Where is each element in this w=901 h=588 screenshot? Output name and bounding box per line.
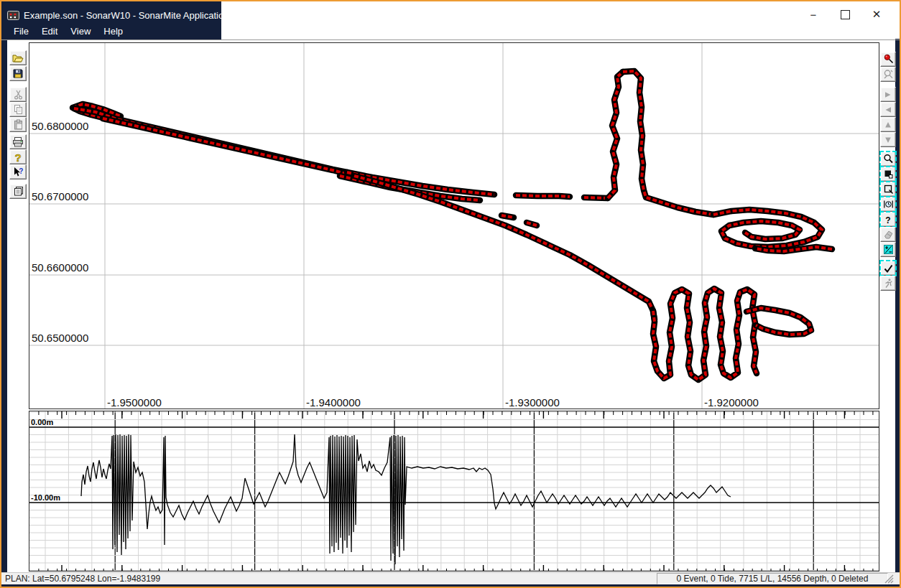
open-file-button[interactable] — [9, 50, 27, 65]
paste-button[interactable] — [9, 117, 27, 132]
svg-text:-1.9400000: -1.9400000 — [306, 396, 361, 409]
plus-minus-edit-icon — [883, 244, 894, 255]
title-accent-area: Example.son - SonarW10 - SonarMite Appli… — [1, 1, 221, 39]
clock-icon — [883, 199, 894, 210]
pan-down-button[interactable] — [880, 132, 896, 147]
svg-text:-1.9500000: -1.9500000 — [107, 396, 162, 409]
magnifier-icon — [883, 154, 894, 164]
app-icon — [7, 10, 19, 21]
stacked-pages-icon — [12, 186, 24, 197]
scissors-icon — [13, 90, 24, 100]
pan-up-button[interactable] — [880, 117, 896, 132]
close-button[interactable]: ✕ — [861, 4, 892, 24]
status-counts: 0 Event, 0 Tide, 7715 L/L, 14556 Depth, … — [657, 573, 888, 584]
app-window: − ✕ Example.son - SonarW10 - SonarMite A… — [0, 0, 901, 588]
select-area-button[interactable] — [880, 182, 896, 197]
time-window-button[interactable] — [880, 197, 896, 212]
red-pin-icon — [883, 54, 894, 65]
svg-text:50.6700000: 50.6700000 — [32, 190, 88, 202]
arrow-down-icon — [883, 135, 893, 145]
drop-marker-button[interactable] — [880, 52, 896, 67]
arrow-right-icon — [883, 90, 893, 100]
accept-edits-button[interactable] — [880, 261, 896, 276]
window-title: Example.son - SonarW10 - SonarMite Appli… — [24, 10, 228, 21]
depth-profile-panel[interactable]: 0.00m-10.00m — [29, 411, 879, 571]
svg-text:-1.9300000: -1.9300000 — [505, 396, 560, 409]
menu-bar: File Edit View Help — [7, 24, 129, 39]
svg-text:50.6500000: 50.6500000 — [32, 332, 88, 344]
svg-text:-1.9200000: -1.9200000 — [704, 396, 759, 409]
window-controls: − ✕ — [798, 4, 892, 26]
copy-pages-icon — [13, 104, 24, 115]
menu-file[interactable]: File — [7, 24, 35, 38]
select-black-button[interactable] — [880, 167, 896, 182]
query-point-button[interactable]: ? — [880, 212, 896, 227]
svg-text:?: ? — [19, 167, 23, 175]
copy-page-button[interactable] — [9, 184, 27, 199]
menu-view[interactable]: View — [64, 24, 97, 38]
eraser-icon — [883, 229, 894, 240]
print-button[interactable] — [9, 134, 27, 149]
checkmark-icon — [883, 263, 894, 274]
runner-icon — [883, 278, 894, 289]
arrow-up-icon — [883, 120, 893, 130]
resize-grip-icon[interactable] — [884, 574, 894, 584]
printer-icon — [12, 136, 24, 147]
minimize-icon: − — [810, 9, 817, 21]
open-folder-icon — [12, 53, 24, 63]
menu-separator — [1, 39, 900, 40]
plan-view-chart: 50.680000050.670000050.660000050.6500000… — [29, 43, 879, 409]
close-icon: ✕ — [872, 8, 882, 21]
menu-help[interactable]: Help — [97, 24, 129, 38]
title-bar: − ✕ Example.son - SonarW10 - SonarMite A… — [1, 1, 900, 39]
copy-button[interactable] — [9, 102, 27, 117]
status-bar: PLAN: Lat=50.6795248 Lon=-1.9483199 0 Ev… — [1, 572, 900, 584]
svg-text:50.6600000: 50.6600000 — [32, 261, 88, 274]
arrow-left-icon — [883, 105, 893, 115]
maximize-icon — [841, 10, 850, 19]
depth-profile-chart: 0.00m-10.00m — [29, 411, 879, 571]
help-button[interactable]: ? — [9, 149, 27, 164]
zoom-window-button[interactable] — [880, 151, 896, 167]
minimize-button[interactable]: − — [798, 4, 829, 24]
process-button[interactable] — [880, 276, 896, 291]
context-help-icon: ? — [12, 167, 24, 177]
zoom-extents-icon — [883, 69, 894, 80]
svg-text:-10.00m: -10.00m — [31, 493, 60, 502]
edit-depths-button[interactable] — [880, 242, 896, 257]
zoom-extents-button[interactable] — [880, 67, 896, 82]
svg-text:0.00m: 0.00m — [31, 418, 53, 426]
pan-right-button[interactable] — [880, 87, 896, 102]
save-button[interactable] — [9, 66, 27, 81]
context-help-button[interactable]: ? — [9, 164, 27, 179]
clipboard-icon — [13, 119, 24, 130]
erase-button[interactable] — [880, 227, 896, 242]
dark-select-icon — [883, 169, 894, 179]
maximize-button[interactable] — [829, 4, 861, 24]
svg-text:?: ? — [885, 215, 890, 225]
window-frame-left — [1, 1, 7, 587]
plan-view-panel[interactable]: 50.680000050.670000050.660000050.6500000… — [29, 42, 879, 409]
cut-button[interactable] — [9, 87, 27, 102]
pan-left-button[interactable] — [880, 102, 896, 117]
help-question-icon: ? — [13, 151, 23, 163]
area-select-icon — [883, 184, 894, 195]
save-floppy-icon — [12, 68, 24, 79]
query-question-icon: ? — [883, 214, 893, 225]
svg-text:?: ? — [14, 151, 21, 163]
menu-edit[interactable]: Edit — [35, 24, 64, 38]
svg-text:50.6800000: 50.6800000 — [32, 120, 88, 132]
status-coordinates: PLAN: Lat=50.6795248 Lon=-1.9483199 — [5, 574, 160, 584]
